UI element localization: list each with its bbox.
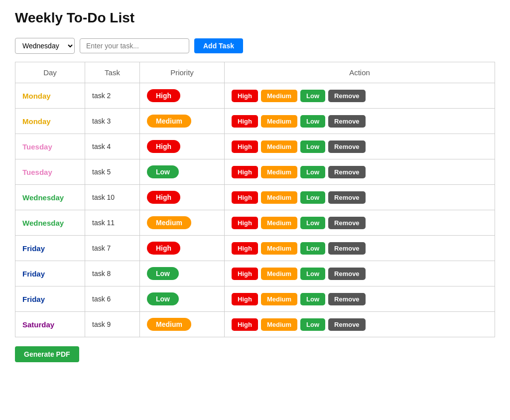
task-table: Day Task Priority Action Mondaytask 2Hig…	[15, 62, 495, 337]
action-btn-low[interactable]: Low	[300, 268, 325, 280]
action-btn-remove[interactable]: Remove	[328, 191, 366, 204]
cell-priority: High	[140, 185, 225, 210]
action-btn-remove[interactable]: Remove	[328, 140, 366, 153]
action-btn-remove[interactable]: Remove	[328, 90, 366, 102]
action-btn-remove[interactable]: Remove	[328, 318, 366, 331]
action-btn-remove[interactable]: Remove	[328, 115, 366, 128]
action-buttons-group: HighMediumLowRemove	[232, 115, 488, 128]
action-btn-medium[interactable]: Medium	[261, 293, 297, 305]
cell-action: HighMediumLowRemove	[225, 159, 495, 185]
action-btn-low[interactable]: Low	[300, 242, 325, 255]
cell-task: task 7	[85, 236, 140, 261]
cell-day: Saturday	[15, 312, 85, 337]
action-buttons-group: HighMediumLowRemove	[232, 268, 488, 280]
cell-day: Tuesday	[15, 134, 85, 159]
action-btn-high[interactable]: High	[232, 217, 258, 229]
action-btn-medium[interactable]: Medium	[261, 318, 297, 331]
table-row: Fridaytask 7HighHighMediumLowRemove	[15, 236, 495, 261]
action-btn-low[interactable]: Low	[300, 166, 325, 178]
priority-badge: High	[147, 140, 180, 153]
cell-day: Tuesday	[15, 159, 85, 185]
action-buttons-group: HighMediumLowRemove	[232, 293, 488, 305]
action-btn-high[interactable]: High	[232, 268, 258, 280]
cell-action: HighMediumLowRemove	[225, 236, 495, 261]
cell-action: HighMediumLowRemove	[225, 109, 495, 134]
cell-action: HighMediumLowRemove	[225, 261, 495, 286]
generate-pdf-button[interactable]: Generate PDF	[15, 346, 79, 362]
cell-day: Wednesday	[15, 210, 85, 236]
action-btn-high[interactable]: High	[232, 191, 258, 204]
table-row: Wednesdaytask 11MediumHighMediumLowRemov…	[15, 210, 495, 236]
action-btn-remove[interactable]: Remove	[328, 166, 366, 178]
cell-task: task 5	[85, 159, 140, 185]
cell-task: task 4	[85, 134, 140, 159]
table-row: Mondaytask 2HighHighMediumLowRemove	[15, 83, 495, 109]
action-btn-low[interactable]: Low	[300, 293, 325, 305]
cell-priority: Low	[140, 261, 225, 286]
table-row: Tuesdaytask 5LowHighMediumLowRemove	[15, 159, 495, 185]
action-btn-medium[interactable]: Medium	[261, 166, 297, 178]
action-buttons-group: HighMediumLowRemove	[232, 140, 488, 153]
task-input[interactable]	[80, 38, 189, 53]
page-title: Weekly To-Do List	[15, 10, 495, 26]
action-btn-medium[interactable]: Medium	[261, 191, 297, 204]
day-select[interactable]: MondayTuesdayWednesdayThursdayFridaySatu…	[15, 38, 75, 54]
cell-action: HighMediumLowRemove	[225, 134, 495, 159]
action-buttons-group: HighMediumLowRemove	[232, 217, 488, 229]
priority-badge: Medium	[147, 216, 191, 229]
action-btn-high[interactable]: High	[232, 115, 258, 128]
action-buttons-group: HighMediumLowRemove	[232, 90, 488, 102]
cell-task: task 9	[85, 312, 140, 337]
controls-bar: MondayTuesdayWednesdayThursdayFridaySatu…	[15, 38, 495, 54]
priority-badge: Low	[147, 292, 179, 305]
action-btn-remove[interactable]: Remove	[328, 268, 366, 280]
action-btn-medium[interactable]: Medium	[261, 268, 297, 280]
action-btn-low[interactable]: Low	[300, 115, 325, 128]
priority-badge: Low	[147, 267, 179, 280]
cell-priority: Low	[140, 286, 225, 312]
cell-priority: High	[140, 134, 225, 159]
action-btn-medium[interactable]: Medium	[261, 140, 297, 153]
table-header-row: Day Task Priority Action	[15, 62, 495, 83]
table-row: Tuesdaytask 4HighHighMediumLowRemove	[15, 134, 495, 159]
action-btn-remove[interactable]: Remove	[328, 293, 366, 305]
cell-priority: Medium	[140, 109, 225, 134]
cell-priority: Medium	[140, 210, 225, 236]
cell-task: task 10	[85, 185, 140, 210]
action-btn-medium[interactable]: Medium	[261, 90, 297, 102]
cell-day: Friday	[15, 286, 85, 312]
cell-priority: Medium	[140, 312, 225, 337]
action-btn-high[interactable]: High	[232, 140, 258, 153]
col-header-task: Task	[85, 62, 140, 83]
add-task-button[interactable]: Add Task	[194, 38, 243, 53]
table-row: Fridaytask 6LowHighMediumLowRemove	[15, 286, 495, 312]
col-header-action: Action	[225, 62, 495, 83]
action-btn-remove[interactable]: Remove	[328, 217, 366, 229]
priority-badge: High	[147, 89, 180, 102]
cell-priority: High	[140, 236, 225, 261]
table-row: Saturdaytask 9MediumHighMediumLowRemove	[15, 312, 495, 337]
action-btn-high[interactable]: High	[232, 166, 258, 178]
cell-task: task 11	[85, 210, 140, 236]
action-btn-low[interactable]: Low	[300, 318, 325, 331]
action-btn-high[interactable]: High	[232, 90, 258, 102]
action-btn-low[interactable]: Low	[300, 191, 325, 204]
action-btn-medium[interactable]: Medium	[261, 115, 297, 128]
priority-badge: High	[147, 191, 180, 204]
cell-action: HighMediumLowRemove	[225, 312, 495, 337]
cell-priority: Low	[140, 159, 225, 185]
priority-badge: Medium	[147, 318, 191, 331]
action-btn-medium[interactable]: Medium	[261, 242, 297, 255]
table-row: Wednesdaytask 10HighHighMediumLowRemove	[15, 185, 495, 210]
action-btn-high[interactable]: High	[232, 318, 258, 331]
cell-priority: High	[140, 83, 225, 109]
action-btn-remove[interactable]: Remove	[328, 242, 366, 255]
action-btn-medium[interactable]: Medium	[261, 217, 297, 229]
action-btn-low[interactable]: Low	[300, 217, 325, 229]
action-buttons-group: HighMediumLowRemove	[232, 166, 488, 178]
action-buttons-group: HighMediumLowRemove	[232, 318, 488, 331]
action-btn-high[interactable]: High	[232, 293, 258, 305]
action-btn-high[interactable]: High	[232, 242, 258, 255]
action-btn-low[interactable]: Low	[300, 140, 325, 153]
action-btn-low[interactable]: Low	[300, 90, 325, 102]
